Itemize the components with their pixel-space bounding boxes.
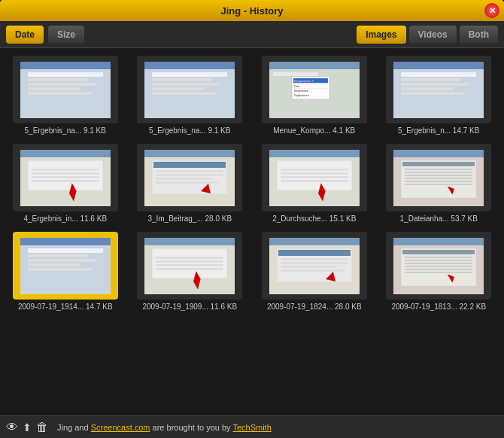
- svg-rect-58: [281, 180, 348, 182]
- thumb-canvas: Komponente ? Neu... Bearbeiten Duplizier…: [269, 62, 360, 118]
- svg-rect-90: [278, 250, 351, 256]
- svg-rect-97: [393, 238, 484, 245]
- size-button[interactable]: Size: [48, 26, 84, 44]
- svg-rect-63: [402, 162, 475, 166]
- screencast-link[interactable]: Screencast.com: [91, 423, 150, 432]
- toolbar-left: Date Size: [6, 26, 84, 44]
- svg-rect-32: [401, 92, 465, 95]
- svg-rect-47: [156, 174, 223, 176]
- svg-rect-6: [28, 92, 92, 95]
- svg-rect-40: [32, 180, 99, 182]
- svg-rect-92: [281, 262, 348, 264]
- bottom-icons: 👁 ⬆ 🗑: [6, 421, 48, 434]
- thumb-image-wrap: [13, 56, 118, 123]
- svg-rect-91: [281, 258, 348, 260]
- thumb-canvas: [20, 62, 111, 118]
- svg-rect-88: [269, 238, 360, 245]
- svg-rect-69: [405, 184, 472, 185]
- techsmith-link[interactable]: TechSmith: [232, 423, 271, 432]
- close-button[interactable]: ✕: [484, 3, 499, 18]
- svg-rect-102: [405, 263, 472, 264]
- thumb-label: 5_Ergebnis_n... 14.7 KB: [386, 126, 491, 135]
- svg-rect-75: [28, 259, 96, 262]
- upload-icon[interactable]: ⬆: [23, 421, 32, 433]
- thumb-image-wrap: [13, 144, 118, 211]
- thumb-canvas: [393, 238, 484, 294]
- svg-rect-1: [20, 62, 111, 69]
- svg-text:Komponente  ?: Komponente ?: [294, 79, 314, 83]
- svg-rect-13: [152, 92, 216, 95]
- both-button[interactable]: Both: [460, 26, 498, 44]
- svg-text:Bearbeiten: Bearbeiten: [294, 89, 308, 93]
- thumbnail-item[interactable]: 2_Durchsuche... 15.1 KB: [257, 144, 372, 223]
- svg-rect-94: [281, 269, 345, 272]
- thumb-image-wrap: [137, 144, 242, 211]
- svg-rect-48: [156, 178, 212, 180]
- svg-rect-31: [401, 87, 454, 90]
- thumbnail-item[interactable]: 2009-07-19_1824... 28.0 KB: [257, 232, 372, 311]
- thumbnail-item[interactable]: 2009-07-19_1909... 11.6 KB: [132, 232, 248, 311]
- svg-rect-28: [401, 72, 476, 77]
- svg-rect-2: [28, 72, 103, 77]
- svg-rect-11: [152, 83, 220, 86]
- svg-rect-37: [32, 169, 99, 171]
- thumbnail-grid: 5_Ergebnis_na... 9.1 KB 5_Ergebnis_na...…: [8, 56, 496, 311]
- svg-rect-54: [281, 163, 348, 167]
- images-button[interactable]: Images: [357, 26, 405, 44]
- svg-rect-85: [156, 268, 223, 270]
- thumbnail-item[interactable]: 5_Ergebnis_na... 9.1 KB: [8, 56, 123, 135]
- thumb-canvas: [20, 238, 111, 294]
- thumb-image-wrap: [137, 232, 242, 300]
- svg-rect-39: [32, 176, 99, 178]
- svg-rect-38: [32, 172, 99, 175]
- thumbnail-item[interactable]: 3_Im_Beitrag_... 28.0 KB: [132, 144, 248, 223]
- videos-button[interactable]: Videos: [409, 26, 457, 44]
- thumbnail-item[interactable]: 2009-07-19_1813... 22.2 KB: [381, 232, 497, 311]
- thumb-canvas: [144, 150, 235, 206]
- bottom-text: Jing and Screencast.com are brought to y…: [57, 423, 272, 432]
- svg-rect-10: [152, 78, 212, 81]
- trash-icon[interactable]: 🗑: [36, 421, 48, 434]
- svg-rect-43: [144, 150, 235, 157]
- svg-rect-65: [405, 172, 472, 173]
- svg-rect-57: [281, 176, 348, 178]
- thumb-label: 2009-07-19_1813... 22.2 KB: [386, 303, 491, 311]
- thumbnail-grid-container[interactable]: 5_Ergebnis_na... 9.1 KB 5_Ergebnis_na...…: [0, 48, 504, 415]
- thumbnail-item[interactable]: 1_Dateianha... 53.7 KB: [381, 144, 497, 223]
- thumb-canvas: [144, 238, 235, 294]
- svg-rect-3: [28, 78, 88, 81]
- thumb-canvas: [20, 150, 111, 206]
- svg-rect-36: [32, 163, 99, 167]
- thumb-canvas: [269, 238, 360, 294]
- thumbnail-item[interactable]: Komponente ? Neu... Bearbeiten Duplizier…: [257, 56, 372, 135]
- window-title: Jing - History: [220, 5, 283, 17]
- thumbnail-item[interactable]: 5_Ergebnis_n... 14.7 KB: [381, 56, 497, 135]
- svg-rect-4: [28, 83, 96, 86]
- svg-rect-81: [156, 251, 223, 255]
- thumb-canvas: [393, 150, 484, 206]
- thumb-image-wrap: [386, 232, 491, 300]
- thumb-label: 2009-07-19_1824... 28.0 KB: [262, 303, 367, 311]
- thumb-label: 5_Ergebnis_na... 9.1 KB: [13, 126, 118, 135]
- thumb-label: 3_Im_Beitrag_... 28.0 KB: [137, 214, 242, 223]
- svg-rect-56: [281, 172, 348, 175]
- thumbnail-item[interactable]: 2009-07-19_1914... 14.7 KB: [8, 232, 123, 311]
- thumbnail-item[interactable]: 4_Ergebnis_in... 11.6 KB: [8, 144, 123, 223]
- svg-rect-82: [156, 257, 223, 259]
- svg-text:Duplizieren: Duplizieren: [294, 93, 309, 97]
- thumb-image-wrap: Komponente ? Neu... Bearbeiten Duplizier…: [262, 56, 367, 123]
- thumbnail-item[interactable]: 5_Ergebnis_na... 9.1 KB: [132, 56, 248, 135]
- toolbar-right: Images Videos Both: [357, 26, 498, 44]
- svg-rect-84: [156, 264, 223, 266]
- thumb-image-wrap: [262, 144, 367, 211]
- svg-rect-8: [144, 62, 235, 69]
- date-button[interactable]: Date: [6, 26, 44, 44]
- svg-rect-100: [405, 257, 472, 258]
- thumb-canvas: [144, 62, 235, 118]
- thumb-canvas: [393, 62, 484, 118]
- eye-icon[interactable]: 👁: [6, 421, 18, 434]
- svg-rect-15: [269, 62, 360, 69]
- toolbar: Date Size Images Videos Both: [0, 21, 504, 48]
- thumb-label: 2009-07-19_1909... 11.6 KB: [137, 303, 242, 311]
- main-area: 5_Ergebnis_na... 9.1 KB 5_Ergebnis_na...…: [0, 48, 504, 415]
